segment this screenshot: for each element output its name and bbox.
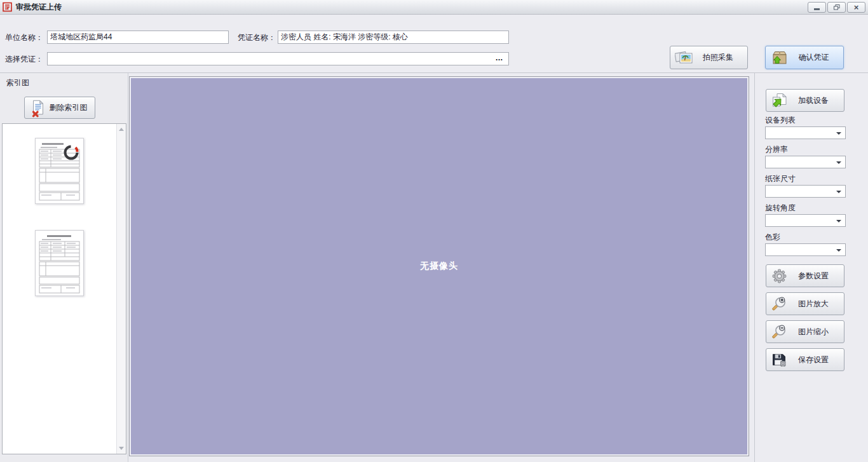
paper-size-label: 纸张尺寸 <box>765 173 796 184</box>
document-thumbnail-2[interactable] <box>35 230 84 296</box>
photos-icon <box>675 50 694 66</box>
confirm-voucher-button[interactable]: 确认凭证 <box>765 46 844 69</box>
voucher-name-label: 凭证名称： <box>238 32 276 43</box>
select-voucher-field: … <box>47 52 509 65</box>
restore-icon <box>834 4 840 10</box>
zoom-out-image-button[interactable]: 图片缩小 <box>766 320 844 343</box>
scroll-up-icon[interactable] <box>119 128 124 131</box>
parameter-settings-button[interactable]: 参数设置 <box>766 264 844 287</box>
select-voucher-label: 选择凭证： <box>5 54 43 65</box>
parameter-settings-label: 参数设置 <box>788 271 844 282</box>
gear-icon <box>771 268 788 284</box>
confirm-voucher-label: 确认凭证 <box>789 52 843 63</box>
close-icon: × <box>854 3 859 11</box>
zoom-in-image-label: 图片放大 <box>788 299 844 309</box>
rotation-angle-label: 旋转角度 <box>765 203 796 214</box>
unit-name-label: 单位名称： <box>5 32 43 43</box>
resolution-label: 分辨率 <box>765 144 788 155</box>
thumbnail-list[interactable] <box>2 123 126 454</box>
rotation-angle-dropdown[interactable] <box>765 214 846 227</box>
load-device-label: 加载设备 <box>788 95 844 106</box>
chevron-down-icon <box>836 161 841 164</box>
zoom-out-icon <box>771 324 788 340</box>
index-panel-title: 索引图 <box>6 78 29 88</box>
resolution-dropdown[interactable] <box>765 156 846 168</box>
delete-index-button[interactable]: 删除索引图 <box>24 97 95 119</box>
device-list-label: 设备列表 <box>765 115 796 126</box>
zoom-in-image-button[interactable]: 图片放大 <box>766 292 844 315</box>
title-bar: 审批凭证上传 × <box>0 0 868 15</box>
header-form: 单位名称： 凭证名称： 选择凭证： … 拍照采集 <box>0 15 868 73</box>
capture-photo-label: 拍照采集 <box>694 52 747 63</box>
chevron-down-icon <box>836 132 841 135</box>
load-device-button[interactable]: 加载设备 <box>766 89 844 112</box>
package-upload-icon <box>770 50 789 66</box>
scroll-down-icon[interactable] <box>119 447 124 450</box>
window-controls: × <box>808 2 865 13</box>
index-panel: 索引图 删除索引图 <box>0 73 128 462</box>
save-settings-label: 保存设置 <box>788 355 844 365</box>
unit-name-input[interactable] <box>47 31 229 44</box>
app-window: { "window": { "title": "审批凭证上传" }, "form… <box>0 0 868 462</box>
zoom-out-image-label: 图片缩小 <box>788 327 844 337</box>
document-thumbnail-1[interactable] <box>35 138 84 204</box>
minimize-icon <box>814 8 820 10</box>
restore-button[interactable] <box>827 2 846 13</box>
device-panel: 加载设备 设备列表 分辨率 纸张尺寸 旋转角度 色彩 <box>754 73 868 462</box>
color-label: 色彩 <box>765 232 780 243</box>
thumbnail-list-scrollbar[interactable] <box>116 124 126 454</box>
device-list-dropdown[interactable] <box>765 126 846 139</box>
color-dropdown[interactable] <box>765 243 846 256</box>
no-camera-message: 无摄像头 <box>420 261 458 272</box>
chevron-down-icon <box>836 249 841 252</box>
load-device-icon <box>771 92 788 109</box>
window-title: 审批凭证上传 <box>16 2 62 13</box>
voucher-name-input[interactable] <box>278 31 509 44</box>
camera-preview-area: 无摄像头 <box>130 77 749 456</box>
delete-index-label: 删除索引图 <box>47 102 95 113</box>
save-settings-button[interactable]: 保存设置 <box>766 348 844 371</box>
chevron-down-icon <box>836 191 841 193</box>
select-voucher-input[interactable] <box>48 53 493 65</box>
chevron-down-icon <box>836 220 841 222</box>
delete-document-icon <box>29 99 47 118</box>
paper-size-dropdown[interactable] <box>765 185 846 198</box>
capture-photo-button[interactable]: 拍照采集 <box>670 46 748 69</box>
save-settings-icon <box>771 352 788 368</box>
app-seal-icon <box>3 2 13 12</box>
close-button[interactable]: × <box>847 2 865 13</box>
zoom-in-icon <box>771 296 788 312</box>
minimize-button[interactable] <box>808 2 826 13</box>
browse-button[interactable]: … <box>493 53 506 65</box>
